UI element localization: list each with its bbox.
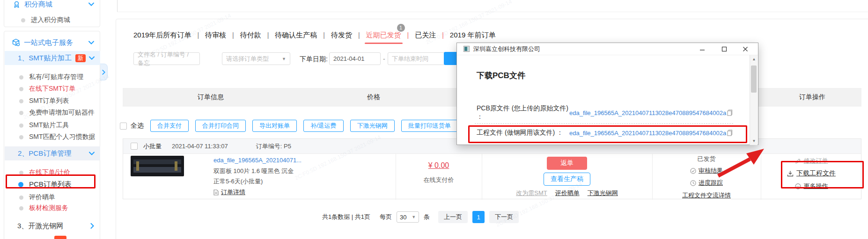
tab-pre-2019-orders[interactable]: 2019 年前订单 xyxy=(450,31,496,40)
prev-page-button[interactable]: 上一页 xyxy=(438,211,468,223)
batch-print-delivery-button[interactable]: 批量打印送货单 xyxy=(401,120,458,132)
pcb-thumbnail[interactable] xyxy=(131,156,184,176)
sidebar-item-free-parts[interactable]: 免费申请增加可贴器件 xyxy=(4,107,100,118)
price-cell: ¥ 0.00 在线支付价 xyxy=(396,161,482,184)
pcb-original-file-link[interactable]: eda_file_196565A_20210407113028e47088954… xyxy=(569,109,726,116)
tab-followed[interactable]: 已关注 xyxy=(415,31,436,40)
dot-icon xyxy=(19,206,23,210)
switch-to-smt-link[interactable]: 改为需SMT xyxy=(516,189,547,197)
tab-all-orders[interactable]: 2019年后所有订单 xyxy=(133,31,191,40)
more-actions-link[interactable]: 更多操作 xyxy=(804,182,828,190)
chevron-down-icon[interactable] xyxy=(89,152,95,155)
column-header-price: 价格 xyxy=(355,93,392,101)
order-price[interactable]: ¥ 0.00 xyxy=(428,161,449,169)
scroll-down-icon[interactable]: ▼ xyxy=(750,137,758,145)
tab-separator: | xyxy=(267,31,269,39)
sidebar: 积分商城 进入积分商城 一站式电子服务 xyxy=(0,0,108,239)
sidebar-collapse-handle[interactable] xyxy=(100,64,108,80)
modal-scrollbar[interactable]: ▲ ▼ xyxy=(750,55,758,145)
tab-recently-shipped[interactable]: 近期已发货 1 xyxy=(366,31,401,40)
view-draft-button[interactable]: 查看生产稿 xyxy=(544,173,590,186)
sidebar-item-points-mall[interactable]: 积分商城 xyxy=(4,0,100,10)
chevron-down-icon[interactable] xyxy=(88,41,94,44)
date-separator: - xyxy=(383,55,385,63)
current-page-button[interactable]: 1 xyxy=(472,211,485,223)
page: 2C:F0:5D 192.168.150.37 2021-09-14 2C:F0… xyxy=(0,0,868,239)
chevron-right-icon[interactable] xyxy=(90,223,94,229)
next-page-button[interactable]: 下一页 xyxy=(489,211,519,223)
reorder-button[interactable]: 返单 xyxy=(547,157,587,170)
merge-pay-button[interactable]: 合并支付 xyxy=(150,120,189,132)
sidebar-item-one-stop[interactable]: 一站式电子服务 xyxy=(4,37,100,48)
column-header-order-info: 订单信息 xyxy=(178,93,243,101)
tab-separator: | xyxy=(407,31,409,39)
order-checkbox[interactable] xyxy=(131,143,138,150)
tab-pending-shipment[interactable]: 待发货 xyxy=(331,31,352,40)
order-file-link[interactable]: eda_file_196565A_202104071... xyxy=(213,157,302,164)
sidebar-item-label: 板材检测服务 xyxy=(29,204,68,212)
window-icon xyxy=(463,46,470,52)
modal-titlebar: 深圳嘉立创科技有限公司 xyxy=(457,43,758,55)
minimize-icon[interactable] xyxy=(699,45,706,53)
sidebar-item-review[interactable]: 评价晒单 xyxy=(4,192,100,203)
sidebar-section-pcb[interactable]: 2、PCB订单管理 xyxy=(5,146,100,160)
per-page-select[interactable]: 30 ▼ xyxy=(397,211,419,223)
scrollbar-thumb[interactable] xyxy=(751,65,757,93)
review-link[interactable]: 评价晒单 xyxy=(555,189,580,197)
engineering-file-chat-link[interactable]: 工程文件交流详情 xyxy=(682,192,731,199)
dot-icon xyxy=(19,171,23,175)
sidebar-item-enter-points-mall[interactable]: 进入积分商城 xyxy=(4,14,100,26)
copy-icon[interactable] xyxy=(727,109,733,116)
dot-icon xyxy=(18,182,23,187)
tab-pending-review[interactable]: 待审核 xyxy=(205,31,226,40)
sidebar-item-label: SMT匹配个人习惯数据 xyxy=(29,133,96,141)
stencil-link[interactable]: 下激光钢网 xyxy=(588,189,618,197)
chevron-down-icon[interactable] xyxy=(88,2,94,6)
search-input[interactable]: 文件名 / 订单编号 / 备忘 xyxy=(133,52,200,65)
merge-print-contract-button[interactable]: 合并打印合同 xyxy=(195,120,246,132)
price-type-label: 在线支付价 xyxy=(396,176,482,184)
sidebar-item-label: SMT贴片工具 xyxy=(29,121,69,130)
order-info-block: eda_file_196565A_202104071... 双面板 100片 1… xyxy=(213,156,354,196)
order-number: 订单编号: P5 xyxy=(256,142,291,151)
order-stencil-button[interactable]: 下激光钢网 xyxy=(350,120,395,132)
tab-pending-draft-confirm[interactable]: 待确认生产稿 xyxy=(275,31,317,40)
date-to-input[interactable]: 下单结束时间 xyxy=(388,52,445,65)
sidebar-section-smt[interactable]: 1、SMT贴片加工 新 xyxy=(5,51,100,65)
tab-separator: | xyxy=(358,31,360,39)
sidebar-item-pcb-order-list[interactable]: PCB订单列表 xyxy=(4,179,100,190)
engineering-file-link[interactable]: eda_file_196565A_20210407113028e47088954… xyxy=(569,130,726,137)
sidebar-item-board-test[interactable]: 板材检测服务 xyxy=(4,203,100,214)
order-detail-link[interactable]: 订单详情 xyxy=(221,188,245,196)
progress-tracking-link[interactable]: 进度跟踪 xyxy=(699,179,723,187)
sidebar-item-smt-order[interactable]: 在线下SMT订单 xyxy=(4,83,100,94)
sidebar-item-smt-habit[interactable]: SMT匹配个人习惯数据 xyxy=(4,131,100,143)
tab-separator: | xyxy=(323,31,325,39)
close-icon[interactable] xyxy=(742,45,749,53)
tab-separator: | xyxy=(197,31,199,39)
chevron-down-icon[interactable] xyxy=(89,56,95,60)
refund-freight-button[interactable]: 补/退运费 xyxy=(303,120,344,132)
scroll-up-icon[interactable]: ▲ xyxy=(750,55,758,63)
column-header-operations: 订单操作 xyxy=(775,93,850,101)
sidebar-item-smt-order-list[interactable]: SMT订单列表 xyxy=(4,95,100,107)
download-engineering-file-link[interactable]: 下载工程文件 xyxy=(796,169,836,178)
tab-separator: | xyxy=(232,31,234,39)
tab-count-badge: 1 xyxy=(397,24,405,32)
order-type-select[interactable]: 请选择订单类型 ▼ xyxy=(222,52,290,65)
select-all-checkbox[interactable] xyxy=(120,123,127,130)
copy-icon[interactable] xyxy=(727,130,733,136)
sidebar-item-stock-mgmt[interactable]: 私有/可贴库存管理 xyxy=(4,72,100,83)
modify-order-link[interactable]: 修改订单 xyxy=(804,157,828,165)
pencil-icon xyxy=(795,158,801,164)
date-from-input[interactable]: 2021-04-01 xyxy=(329,52,381,65)
engineering-file-row: 工程文件 (做钢网用该文件) ： eda_file_196565A_202104… xyxy=(477,129,733,137)
sidebar-item-pcb-quote[interactable]: 在线下单/计价 xyxy=(4,167,100,178)
export-statement-button[interactable]: 导出对账单 xyxy=(252,120,297,132)
sidebar-item-smt-tools[interactable]: SMT贴片工具 xyxy=(4,120,100,131)
tab-pending-payment[interactable]: 待付款 xyxy=(240,31,261,40)
cube-icon xyxy=(12,38,20,47)
dot-icon xyxy=(19,196,23,200)
maximize-icon[interactable] xyxy=(721,45,728,53)
sidebar-section-stencil[interactable]: 3、开激光钢网 xyxy=(4,220,100,232)
